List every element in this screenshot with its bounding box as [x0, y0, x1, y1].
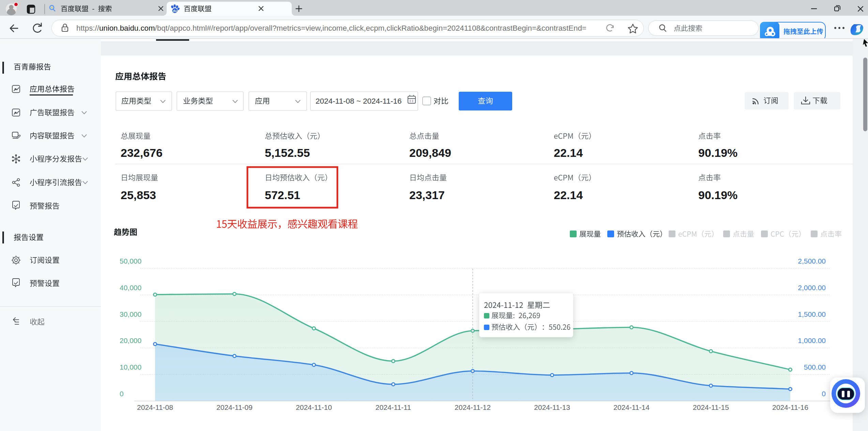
svg-text:90.19%: 90.19% — [698, 146, 737, 159]
svg-text:25,853: 25,853 — [121, 189, 156, 202]
svg-text:500.00: 500.00 — [804, 363, 826, 371]
svg-text:40,000: 40,000 — [120, 284, 141, 292]
svg-text:209,849: 209,849 — [409, 146, 451, 159]
svg-text:572.51: 572.51 — [265, 189, 300, 202]
svg-text:du: du — [173, 9, 177, 13]
svg-text:1,000.00: 1,000.00 — [798, 337, 826, 344]
svg-text:2024-11-16: 2024-11-16 — [772, 403, 808, 411]
svg-text:0: 0 — [822, 390, 826, 398]
svg-text:22.14: 22.14 — [554, 146, 583, 159]
svg-text:2024-11-08 ~ 2024-11-16: 2024-11-08 ~ 2024-11-16 — [316, 97, 402, 105]
svg-text:2024-11-11: 2024-11-11 — [376, 403, 411, 411]
svg-text:23,317: 23,317 — [409, 189, 445, 202]
svg-text:0: 0 — [120, 390, 124, 398]
svg-text:2024-11-12: 2024-11-12 — [455, 403, 491, 411]
svg-text:30,000: 30,000 — [120, 310, 141, 318]
svg-text:50,000: 50,000 — [120, 257, 141, 265]
svg-text:232,676: 232,676 — [121, 146, 163, 159]
svg-text:2024-11-09: 2024-11-09 — [216, 403, 253, 411]
svg-text:22.14: 22.14 — [554, 189, 583, 202]
svg-text:2024-11-08: 2024-11-08 — [137, 403, 173, 411]
svg-text:1,500.00: 1,500.00 — [798, 310, 826, 318]
svg-text:2024-11-14: 2024-11-14 — [613, 403, 650, 411]
svg-text:10,000: 10,000 — [120, 363, 141, 371]
svg-text:2024-11-10: 2024-11-10 — [296, 403, 332, 411]
svg-text:https://union.baidu.com/bqt/ap: https://union.baidu.com/bqt/appco.html#/… — [76, 24, 587, 32]
svg-text:5,152.55: 5,152.55 — [265, 146, 310, 159]
svg-text:2,500.00: 2,500.00 — [798, 257, 826, 265]
svg-text:2,000.00: 2,000.00 — [798, 284, 826, 292]
svg-text:2024-11-13: 2024-11-13 — [534, 403, 570, 411]
svg-text:2024-11-15: 2024-11-15 — [693, 403, 729, 411]
svg-text:20,000: 20,000 — [120, 337, 141, 344]
svg-text:90.19%: 90.19% — [698, 189, 737, 202]
